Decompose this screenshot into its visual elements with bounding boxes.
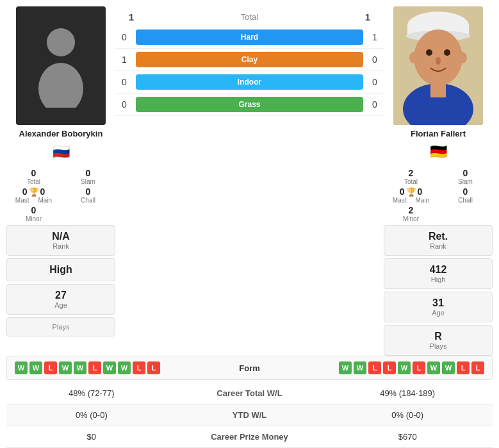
left-rank-box: N/A Rank [6, 225, 115, 256]
stat-center-0: Career Total W/L [177, 383, 323, 404]
left-plays-box: Plays [6, 317, 115, 336]
form-badge-right: W [354, 361, 366, 374]
left-stat-minor: 0 Minor [9, 205, 58, 222]
stat-center-2: Career Prize Money [177, 426, 323, 448]
surface-rows: 0 Hard 1 1 Clay 0 0 Indoor 0 [115, 26, 384, 116]
svg-point-0 [47, 28, 75, 56]
right-info-boxes: Ret. Rank 412 High 31 Age R Plays [384, 222, 493, 356]
form-badge-left: W [74, 361, 86, 374]
form-badge-right: L [383, 361, 396, 374]
surface-indoor: 0 Indoor 0 [115, 71, 384, 94]
stat-left-2: $0 [6, 426, 177, 448]
form-badge-left: L [147, 361, 160, 374]
left-player-photo [16, 6, 106, 125]
right-high-box: 412 High [384, 258, 493, 289]
left-player-area: Alexander Boborykin 🇷🇺 0 Total 0 Slam 0 … [6, 6, 115, 336]
right-player-photo [393, 6, 483, 125]
form-badge-right: W [398, 361, 411, 374]
form-badge-left: L [44, 361, 57, 374]
form-badge-right: L [413, 361, 425, 374]
right-plays-box: R Plays [384, 325, 493, 356]
hard-btn[interactable]: Hard [136, 29, 363, 45]
stat-right-0: 49% (184-189) [322, 383, 493, 404]
comparison-wrapper: Alexander Boborykin 🇷🇺 0 Total 0 Slam 0 … [6, 6, 493, 356]
form-badge-right: L [368, 361, 381, 374]
center-area: 1 Total 1 0 Hard 1 1 Clay 0 [115, 6, 384, 116]
form-left: WWLWWLWWLL [15, 361, 211, 374]
form-right: WWLLWLWWLL [288, 361, 485, 374]
left-stat-mast: 0 🏆 0 Mast Main [9, 187, 58, 204]
form-badge-right: W [339, 361, 352, 374]
stat-right-1: 0% (0-0) [322, 404, 493, 426]
stats-table: 48% (72-77) Career Total W/L 49% (184-18… [6, 383, 493, 448]
right-player-area: Florian Fallert 🇩🇪 2 Total 0 Slam 0 🏆 [384, 6, 493, 356]
trophy-icon-right: 🏆 [406, 187, 416, 197]
form-center-label: Form [211, 363, 288, 373]
surface-clay: 1 Clay 0 [115, 49, 384, 71]
total-label: Total [141, 12, 358, 22]
svg-point-7 [426, 49, 432, 56]
svg-point-8 [444, 49, 450, 56]
left-player-flag: 🇷🇺 [53, 144, 70, 160]
form-badge-right: W [427, 361, 440, 374]
form-badge-left: W [15, 361, 28, 374]
silhouette-icon [35, 24, 86, 108]
total-row: 1 Total 1 [115, 6, 384, 26]
right-rank-box: Ret. Rank [384, 225, 493, 256]
right-stat-total: 2 Total [386, 168, 436, 185]
left-stat-slam: 0 Slam [63, 168, 113, 185]
stat-right-2: $670 [322, 426, 493, 448]
grass-btn[interactable]: Grass [136, 97, 363, 112]
left-stat-total: 0 Total [9, 168, 58, 185]
clay-btn[interactable]: Clay [136, 52, 363, 67]
left-stat-chall: 0 Chall [63, 187, 113, 204]
right-stat-chall: 0 Chall [441, 187, 490, 204]
form-badge-right: W [442, 361, 455, 374]
right-stat-minor: 2 Minor [386, 205, 436, 222]
left-high-box: High [6, 258, 115, 281]
stat-left-0: 48% (72-77) [6, 383, 177, 404]
indoor-btn[interactable]: Indoor [136, 74, 363, 90]
form-badge-left: W [118, 361, 131, 374]
right-age-box: 31 Age [384, 292, 493, 322]
form-badge-right: L [471, 361, 484, 374]
form-section: WWLWWLWWLL Form WWLLWLWWLL [6, 356, 493, 380]
svg-point-1 [38, 63, 83, 108]
svg-point-11 [458, 52, 467, 63]
form-badge-left: W [59, 361, 72, 374]
surface-grass: 0 Grass 0 [115, 94, 384, 116]
left-player-name: Alexander Boborykin [19, 129, 103, 138]
form-badge-left: W [29, 361, 42, 374]
svg-point-9 [436, 57, 441, 65]
right-player-name: Florian Fallert [411, 129, 466, 138]
right-stats-grid: 2 Total 0 Slam 0 🏆 0 Mast Main [384, 168, 493, 222]
stat-center-1: YTD W/L [177, 404, 323, 426]
form-badge-left: W [103, 361, 116, 374]
svg-rect-13 [430, 82, 446, 97]
stats-row: 48% (72-77) Career Total W/L 49% (184-18… [6, 383, 493, 404]
trophy-icon-left: 🏆 [29, 187, 39, 197]
stat-left-1: 0% (0-0) [6, 404, 177, 426]
stats-row: $0 Career Prize Money $670 [6, 426, 493, 448]
right-player-flag: 🇩🇪 [430, 144, 447, 160]
total-left: 1 [122, 12, 141, 22]
form-badge-right: L [457, 361, 470, 374]
form-badge-left: L [88, 361, 101, 374]
left-age-box: 27 Age [6, 284, 115, 315]
form-badge-left: L [133, 361, 145, 374]
right-stat-slam: 0 Slam [441, 168, 490, 185]
right-player-svg [393, 6, 483, 125]
surface-hard: 0 Hard 1 [115, 26, 384, 49]
main-container: Alexander Boborykin 🇷🇺 0 Total 0 Slam 0 … [0, 0, 499, 448]
total-right: 1 [358, 12, 377, 22]
left-stats-grid: 0 Total 0 Slam 0 🏆 0 Mast Main [6, 168, 115, 222]
svg-point-10 [409, 52, 418, 63]
right-stat-mast-main: 0 🏆 0 Mast Main [386, 187, 436, 204]
stats-row: 0% (0-0) YTD W/L 0% (0-0) [6, 404, 493, 426]
left-info-boxes: N/A Rank High 27 Age Plays [6, 222, 115, 336]
